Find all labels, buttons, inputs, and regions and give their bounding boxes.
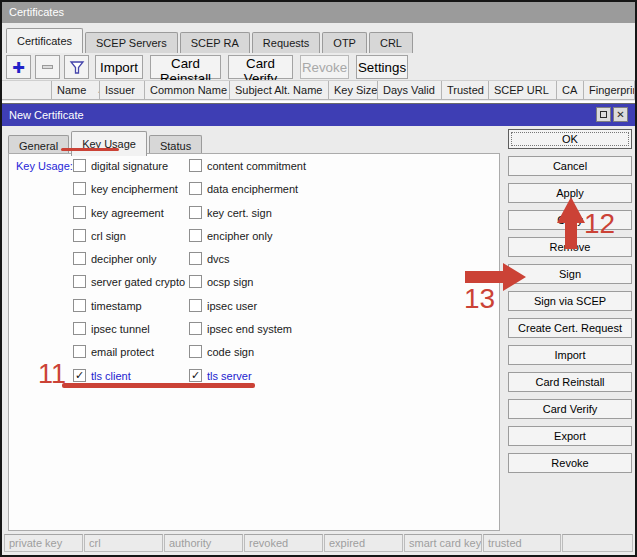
checkbox-label: decipher only [91, 252, 156, 266]
filter-button[interactable] [64, 55, 89, 79]
dialog-tab[interactable]: Key Usage [71, 131, 147, 156]
key-usage-option[interactable]: data encipherment [189, 182, 306, 196]
checkbox-label: content commitment [207, 159, 306, 173]
column-header[interactable]: Name △ [52, 81, 100, 99]
dialog-titlebar[interactable]: New Certificate [2, 104, 635, 126]
key-usage-option[interactable]: dvcs [189, 252, 306, 266]
column-header[interactable]: Trusted △ [442, 81, 489, 99]
key-usage-option[interactable]: ipsec end system [189, 322, 306, 336]
key-usage-option[interactable]: ocsp sign [189, 275, 306, 289]
dialog-button[interactable]: Card Reinstall [508, 372, 632, 392]
checkbox-icon[interactable] [73, 322, 86, 335]
checkbox-icon[interactable] [189, 299, 202, 312]
table-column-headers: △ Name △ Issuer △ Common Name △ Subject … [2, 80, 635, 100]
toolbar-button[interactable]: Card Verify [228, 55, 293, 79]
dialog-button-label: Card Reinstall [535, 376, 604, 388]
checkbox-label: tls client [91, 369, 131, 383]
remove-button[interactable] [35, 55, 60, 79]
checkbox-icon[interactable] [189, 275, 202, 288]
column-header[interactable]: Days Valid △ [378, 81, 442, 99]
main-tab-label: SCEP RA [191, 37, 239, 49]
key-usage-option[interactable]: email protect [73, 345, 189, 359]
checkbox-icon[interactable] [73, 206, 86, 219]
toolbar-button[interactable]: Import [95, 55, 143, 79]
dialog-button[interactable]: Export [508, 426, 632, 446]
restore-window-button[interactable] [596, 107, 611, 122]
key-usage-option[interactable]: ipsec user [189, 299, 306, 313]
checkbox-icon[interactable] [73, 252, 86, 265]
key-usage-option[interactable]: key encipherment [73, 182, 189, 196]
key-usage-option[interactable]: ipsec tunnel [73, 322, 189, 336]
main-tab[interactable]: Certificates [6, 28, 83, 53]
checkbox-icon[interactable] [73, 345, 86, 358]
toolbar-button[interactable]: Settings [356, 55, 408, 79]
dialog-button[interactable]: Sign [508, 264, 632, 284]
key-usage-option[interactable]: key agreement [73, 206, 189, 220]
close-window-button[interactable]: ✕ [613, 107, 628, 122]
checkbox-icon[interactable] [73, 369, 86, 382]
main-tab[interactable]: SCEP RA [180, 32, 250, 53]
dialog-button[interactable]: Create Cert. Request [508, 318, 632, 338]
checkbox-icon[interactable] [73, 275, 86, 288]
dialog-button[interactable]: Revoke [508, 453, 632, 473]
key-usage-option[interactable]: tls client [73, 369, 189, 383]
dialog-button[interactable]: Remove [508, 237, 632, 257]
checkbox-label: key agreement [91, 206, 164, 220]
add-button[interactable]: ✚ [6, 55, 31, 79]
column-header[interactable]: CA △ [557, 81, 584, 99]
dialog-button[interactable]: Copy [508, 210, 632, 230]
main-tab-label: SCEP Servers [96, 37, 167, 49]
column-header[interactable]: Issuer △ [100, 81, 145, 99]
column-header[interactable]: Subject Alt. Name △ [230, 81, 329, 99]
dialog-button[interactable]: Cancel [508, 156, 632, 176]
checkbox-icon[interactable] [73, 159, 86, 172]
checkbox-label: email protect [91, 345, 154, 359]
flag-legend-label: crl [89, 537, 101, 549]
checkbox-icon[interactable] [189, 206, 202, 219]
dialog-button[interactable]: Sign via SCEP [508, 291, 632, 311]
key-usage-option[interactable]: crl sign [73, 229, 189, 243]
toolbar-button[interactable]: Card Reinstall [150, 55, 221, 79]
key-usage-option[interactable]: key cert. sign [189, 206, 306, 220]
checkbox-icon[interactable] [189, 369, 202, 382]
key-usage-option[interactable]: content commitment [189, 159, 306, 173]
key-usage-option[interactable]: server gated crypto [73, 275, 189, 289]
key-usage-option[interactable]: code sign [189, 345, 306, 359]
column-header[interactable]: Common Name △ [145, 81, 230, 99]
checkbox-icon[interactable] [189, 322, 202, 335]
dialog-button-label: OK [562, 133, 578, 145]
dialog-button[interactable]: Import [508, 345, 632, 365]
key-usage-option[interactable]: timestamp [73, 299, 189, 313]
checkbox-icon[interactable] [73, 229, 86, 242]
checkbox-icon[interactable] [73, 299, 86, 312]
toolbar-button[interactable]: Revoke [300, 55, 349, 79]
checkbox-label: timestamp [91, 299, 142, 313]
main-tab[interactable]: CRL [369, 32, 413, 53]
column-header[interactable]: Key Size △ [329, 81, 378, 99]
key-usage-option[interactable]: decipher only [73, 252, 189, 266]
checkbox-icon[interactable] [189, 159, 202, 172]
dialog-button[interactable]: Apply [508, 183, 632, 203]
key-usage-option[interactable]: tls server [189, 369, 306, 383]
checkbox-icon[interactable] [189, 229, 202, 242]
key-usage-option[interactable]: encipher only [189, 229, 306, 243]
checkbox-icon[interactable] [189, 182, 202, 195]
main-tab[interactable]: SCEP Servers [85, 32, 178, 53]
checkbox-icon[interactable] [189, 345, 202, 358]
column-header[interactable]: Fingerprint △ [584, 81, 635, 99]
checkbox-label: crl sign [91, 229, 126, 243]
column-header[interactable]: SCEP URL △ [489, 81, 557, 99]
certificates-window: Certificates Certificates SCEP Servers S… [0, 0, 637, 557]
window-titlebar[interactable]: Certificates [2, 2, 635, 23]
column-header-label: Name [57, 81, 86, 99]
main-tab[interactable]: OTP [322, 32, 367, 53]
main-tab[interactable]: Requests [252, 32, 320, 53]
column-header[interactable]: △ [2, 81, 52, 99]
checkbox-icon[interactable] [189, 252, 202, 265]
checkbox-icon[interactable] [73, 182, 86, 195]
flag-legend-cell: expired [324, 534, 403, 552]
dialog-button[interactable]: Card Verify [508, 399, 632, 419]
key-usage-option[interactable]: digital signature [73, 159, 189, 173]
flag-legend-cell: smart card key [404, 534, 482, 552]
dialog-button[interactable]: OK [508, 129, 632, 149]
